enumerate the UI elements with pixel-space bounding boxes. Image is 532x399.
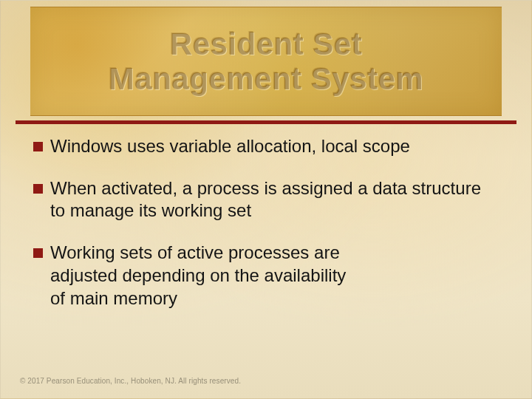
list-item-text: Windows uses variable allocation, local … [50, 135, 499, 158]
title-line-2: Management System [109, 61, 423, 96]
list-item-text: Working sets of active processes are adj… [50, 242, 398, 310]
square-bullet-icon [33, 248, 43, 258]
slide-title: Resident Set Management System [109, 27, 423, 96]
square-bullet-icon [33, 142, 43, 151]
divider-rule [16, 120, 516, 124]
list-item: Windows uses variable allocation, local … [33, 135, 499, 158]
square-bullet-icon [33, 184, 43, 194]
title-banner: Resident Set Management System [30, 7, 502, 116]
slide: Resident Set Management System Windows u… [0, 0, 532, 399]
copyright-footer: © 2017 Pearson Education, Inc., Hoboken,… [20, 377, 241, 385]
title-line-1: Resident Set [170, 27, 362, 61]
list-item: When activated, a process is assigned a … [33, 177, 499, 222]
body: Windows uses variable allocation, local … [33, 135, 499, 329]
list-item-text: When activated, a process is assigned a … [50, 177, 499, 222]
list-item: Working sets of active processes are adj… [33, 242, 499, 310]
